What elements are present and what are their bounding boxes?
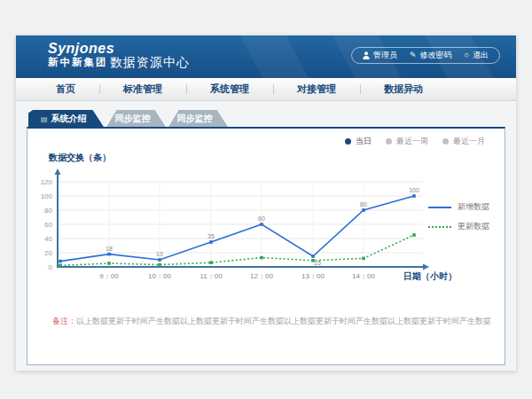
- radio-label: 当日: [356, 136, 372, 147]
- radio-option-3[interactable]: 最近一月: [442, 136, 485, 147]
- nav-item-4[interactable]: 对接管理: [273, 78, 360, 100]
- tab-label: 同步监控: [177, 113, 213, 125]
- tab-bar: ▤系统介绍同步监控同步监控: [28, 110, 229, 128]
- radio-dot-icon: [345, 138, 351, 145]
- svg-text:13：00: 13：00: [301, 272, 325, 280]
- radio-dot-icon: [386, 138, 392, 145]
- radio-label: 最近一月: [453, 136, 485, 147]
- content-area: ▤系统介绍同步监控同步监控 当日最近一周最近一月 数据交换（条） 0204060…: [16, 101, 516, 370]
- logout-label: 退出: [473, 50, 489, 61]
- chart-legend: 新增数据更新数据: [428, 201, 489, 232]
- tab-label: 同步监控: [115, 113, 151, 125]
- svg-text:20: 20: [44, 249, 52, 257]
- change-password-label: 修改密码: [420, 50, 452, 61]
- svg-text:60: 60: [258, 215, 265, 222]
- brand-logo[interactable]: Synjones 新中新集团: [48, 41, 114, 67]
- radio-option-2[interactable]: 最近一周: [386, 136, 428, 147]
- tab-1[interactable]: ▤系统介绍: [28, 110, 105, 128]
- legend-line-icon: [428, 226, 451, 228]
- app-header: Synjones 新中新集团 数据资源中心 管理员 ✎ 修改密码 ○ 退出: [16, 35, 516, 78]
- nav-item-5[interactable]: 数据异动: [360, 78, 447, 100]
- legend-item-2: 更新数据: [428, 221, 489, 232]
- svg-text:100: 100: [409, 187, 419, 193]
- app-window: Synjones 新中新集团 数据资源中心 管理员 ✎ 修改密码 ○ 退出: [16, 35, 516, 371]
- user-toolbar: 管理员 ✎ 修改密码 ○ 退出: [351, 47, 500, 64]
- edit-icon: ✎: [410, 51, 417, 59]
- svg-text:0: 0: [49, 263, 53, 271]
- legend-item-1: 新增数据: [428, 201, 489, 213]
- svg-text:80: 80: [360, 201, 367, 207]
- svg-text:120: 120: [41, 178, 53, 186]
- app-title: 数据资源中心: [110, 55, 190, 71]
- footnote-label: 备注：: [52, 317, 76, 325]
- svg-text:10：00: 10：00: [148, 272, 171, 280]
- y-axis-title: 数据交换（条）: [49, 152, 111, 164]
- document-icon: ▤: [41, 115, 48, 123]
- legend-line-icon: [428, 207, 451, 208]
- tab-3[interactable]: 同步监控: [168, 110, 229, 128]
- nav-item-1[interactable]: 首页: [32, 78, 99, 100]
- main-nav: 首页标准管理系统管理对接管理数据异动: [16, 78, 516, 101]
- footnote-text: 以上数据更新于时间产生数据以上数据更新于时间产生数据以上数据更新于时间产生数据以…: [76, 317, 490, 325]
- current-user-button[interactable]: 管理员: [363, 50, 397, 61]
- current-user-label: 管理员: [373, 50, 397, 61]
- svg-text:12：00: 12：00: [250, 272, 273, 280]
- legend-label: 新增数据: [458, 201, 489, 213]
- svg-text:9：00: 9：00: [99, 272, 119, 280]
- change-password-button[interactable]: ✎ 修改密码: [410, 50, 452, 61]
- tab-label: 系统介绍: [51, 113, 87, 125]
- svg-text:18: 18: [106, 246, 113, 252]
- svg-text:80: 80: [44, 207, 52, 215]
- radio-option-1[interactable]: 当日: [345, 136, 372, 147]
- chart-panel: 当日最近一周最近一月 数据交换（条） 0204060801001209：0010…: [27, 127, 505, 365]
- brand-logo-text: Synjones: [48, 41, 114, 57]
- nav-item-2[interactable]: 标准管理: [99, 78, 186, 100]
- brand-logo-subtext: 新中新集团: [48, 57, 114, 68]
- svg-text:100: 100: [41, 192, 53, 200]
- svg-text:10: 10: [156, 251, 163, 257]
- logout-button[interactable]: ○ 退出: [465, 50, 489, 61]
- desktop-background: Synjones 新中新集团 数据资源中心 管理员 ✎ 修改密码 ○ 退出: [0, 0, 532, 399]
- x-axis-title: 日期（小时）: [403, 270, 457, 283]
- nav-item-3[interactable]: 系统管理: [186, 78, 273, 100]
- svg-text:11：00: 11：00: [200, 272, 223, 280]
- svg-text:35: 35: [207, 233, 215, 239]
- svg-text:14：00: 14：00: [352, 272, 375, 280]
- time-range-filter: 当日最近一周最近一月: [345, 136, 485, 147]
- footnote: 备注：以上数据更新于时间产生数据以上数据更新于时间产生数据以上数据更新于时间产生…: [52, 316, 490, 327]
- radio-label: 最近一周: [396, 136, 428, 147]
- legend-label: 更新数据: [458, 221, 489, 232]
- svg-text:40: 40: [44, 235, 52, 243]
- tab-2[interactable]: 同步监控: [106, 110, 167, 128]
- svg-text:60: 60: [44, 221, 52, 229]
- user-icon: [363, 51, 370, 59]
- power-icon: ○: [465, 51, 469, 59]
- radio-dot-icon: [442, 138, 449, 145]
